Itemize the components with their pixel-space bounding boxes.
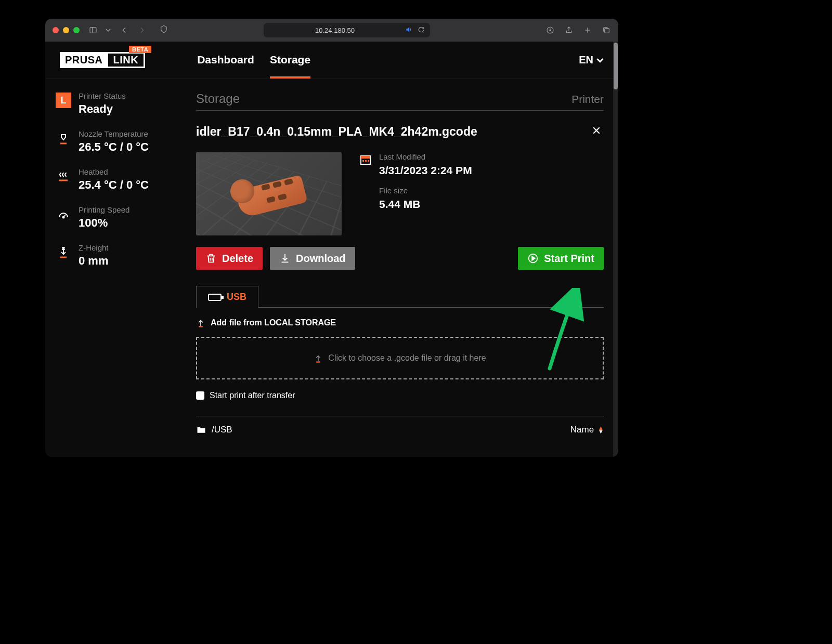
nozzle-label: Nozzle Temperature (79, 129, 149, 138)
chevron-down-icon (596, 57, 604, 64)
page-title: Storage (196, 91, 240, 106)
upload-arrow-icon (314, 353, 323, 363)
svg-text:z: z (62, 247, 64, 251)
maximize-window-button[interactable] (73, 27, 80, 33)
logo[interactable]: PRUSA LINK BETA (60, 52, 145, 68)
modified-value: 3/31/2023 2:24 PM (379, 164, 472, 177)
svg-rect-3 (605, 29, 609, 33)
sort-label: Name (570, 425, 594, 435)
sort-control[interactable]: Name ▲ ▼ (570, 425, 604, 435)
file-details: Last Modified 3/31/2023 2:24 PM File siz… (196, 152, 604, 235)
add-file-label: Add file from LOCAL STORAGE (211, 318, 336, 327)
logo-prusa: PRUSA (60, 52, 108, 68)
tabs-overview-icon[interactable] (602, 25, 611, 35)
add-file-button[interactable]: Add file from LOCAL STORAGE (196, 318, 604, 327)
main-panel: Storage Printer idler_B17_0.4n_0.15mm_PL… (196, 91, 604, 457)
svg-rect-7 (361, 156, 370, 159)
play-icon (527, 253, 539, 264)
file-preview (196, 152, 342, 235)
dropzone-text: Click to choose a .gcode file or drag it… (328, 353, 486, 363)
delete-button[interactable]: Delete (196, 247, 263, 270)
speed-label: Printing Speed (79, 205, 129, 214)
new-tab-icon[interactable] (583, 25, 592, 35)
scrollbar-thumb[interactable] (614, 43, 618, 89)
sort-arrows-icon: ▲ ▼ (598, 426, 604, 433)
scrollbar[interactable] (613, 42, 618, 457)
path-text: /USB (212, 425, 232, 435)
speed-icon (56, 207, 71, 223)
download-icon (279, 253, 291, 264)
app-body: L Printer Status Ready Nozzle Temperatur… (45, 79, 618, 457)
tab-usb[interactable]: USB (196, 286, 258, 308)
browser-window: 10.24.180.50 (45, 19, 618, 457)
download-button[interactable]: Download (270, 247, 355, 270)
status-value: Ready (79, 102, 126, 116)
language-label: EN (579, 54, 593, 66)
heatbed-icon (56, 169, 71, 185)
svg-rect-8 (362, 160, 364, 162)
reload-icon[interactable] (418, 26, 425, 35)
app-header: PRUSA LINK BETA Dashboard Storage EN (45, 42, 618, 79)
back-button[interactable] (118, 25, 131, 35)
svg-point-4 (63, 217, 64, 218)
privacy-shield-icon[interactable] (160, 25, 168, 35)
nav-storage[interactable]: Storage (270, 42, 310, 78)
beta-badge: BETA (129, 46, 151, 53)
zheight-block: z Z-Height 0 mm (56, 243, 186, 268)
close-file-button[interactable] (589, 122, 604, 141)
size-label: File size (379, 186, 604, 195)
download-label: Download (296, 253, 346, 265)
upload-arrow-icon (196, 318, 205, 327)
svg-rect-10 (368, 160, 369, 162)
svg-rect-9 (365, 160, 367, 162)
nozzle-temp-block: Nozzle Temperature 26.5 °C / 0 °C (56, 129, 186, 154)
language-selector[interactable]: EN (579, 54, 604, 66)
forward-button[interactable] (136, 25, 148, 35)
tab-usb-label: USB (227, 292, 246, 303)
filename: idler_B17_0.4n_0.15mm_PLA_MK4_2h42m.gcod… (196, 125, 477, 139)
zheight-label: Z-Height (79, 243, 109, 252)
nozzle-icon (56, 132, 71, 147)
chevron-down-icon[interactable] (106, 28, 111, 33)
file-meta: Last Modified 3/31/2023 2:24 PM File siz… (359, 152, 604, 235)
path-row: /USB Name ▲ ▼ (196, 416, 604, 435)
audio-icon[interactable] (405, 26, 412, 35)
close-window-button[interactable] (53, 27, 59, 33)
trash-icon (205, 253, 217, 264)
start-after-transfer-row[interactable]: Start print after transfer (196, 391, 604, 400)
checkbox-label: Start print after transfer (210, 391, 295, 400)
heatbed-block: Heatbed 25.4 °C / 0 °C (56, 167, 186, 192)
status-label: Printer Status (79, 91, 126, 100)
page-subtitle: Printer (571, 93, 604, 106)
speed-value: 100% (79, 216, 129, 230)
downloads-icon[interactable] (545, 25, 555, 35)
storage-tabs: USB (196, 285, 604, 308)
checkbox[interactable] (196, 391, 204, 400)
start-print-button[interactable]: Start Print (518, 247, 604, 270)
app-content: PRUSA LINK BETA Dashboard Storage EN L P… (45, 42, 618, 457)
share-icon[interactable] (564, 25, 574, 35)
calendar-icon (359, 153, 372, 166)
sidebar-toggle-icon[interactable] (87, 25, 99, 35)
page-header: Storage Printer (196, 91, 604, 111)
printer-letter-badge: L (56, 93, 71, 108)
size-value: 5.44 MB (379, 198, 604, 211)
zheight-icon: z (56, 245, 71, 261)
delete-label: Delete (222, 253, 253, 265)
address-bar[interactable]: 10.24.180.50 (264, 23, 430, 37)
folder-icon (196, 425, 206, 435)
printer-status-block: L Printer Status Ready (56, 91, 186, 116)
minimize-window-button[interactable] (63, 27, 69, 33)
action-buttons: Delete Download Start Print (196, 247, 604, 270)
usb-icon (208, 294, 222, 301)
traffic-lights (53, 27, 80, 33)
sidebar: L Printer Status Ready Nozzle Temperatur… (56, 91, 186, 457)
url-text: 10.24.180.50 (315, 27, 355, 34)
main-nav: Dashboard Storage (197, 42, 310, 78)
dropzone[interactable]: Click to choose a .gcode file or drag it… (196, 337, 604, 379)
zheight-value: 0 mm (79, 254, 109, 268)
nozzle-value: 26.5 °C / 0 °C (79, 140, 149, 154)
nav-dashboard[interactable]: Dashboard (197, 42, 254, 78)
address-area: 10.24.180.50 (155, 23, 538, 37)
browser-toolbar: 10.24.180.50 (45, 19, 618, 42)
